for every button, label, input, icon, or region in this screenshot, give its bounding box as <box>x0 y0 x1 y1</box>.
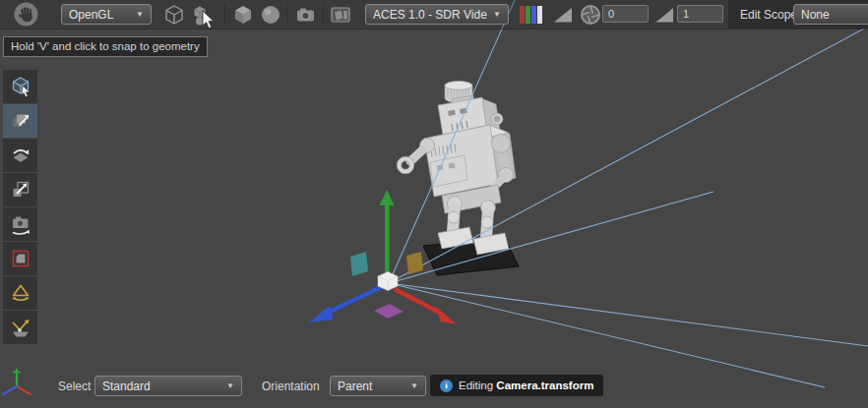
select-mode-value: Standard <box>102 379 220 393</box>
channels-button[interactable] <box>519 3 545 27</box>
gizmo-plane-handle-left[interactable] <box>350 252 368 276</box>
select-prim-icon <box>9 75 32 98</box>
orientation-dropdown[interactable]: Parent ▼ <box>330 376 426 396</box>
toolbar-separator <box>323 4 324 25</box>
pan-hand-button[interactable] <box>14 2 38 27</box>
viewport-layout-button[interactable] <box>329 3 352 27</box>
orientation-label: Orientation <box>262 379 320 393</box>
orientation-value: Parent <box>338 379 404 393</box>
aperture-button[interactable] <box>579 3 602 27</box>
orbit-camera-tool-icon <box>9 212 32 236</box>
gamma-input[interactable] <box>677 5 723 23</box>
camera-icon <box>294 3 318 27</box>
snap-to-surface-tool-icon <box>9 247 32 270</box>
editing-status-text: Editing Camera.transform <box>459 379 593 391</box>
aperture-icon <box>579 3 602 27</box>
edit-scope-panel: Edit Scope None <box>728 0 868 29</box>
viewport-layout-icon <box>329 3 352 27</box>
renderer-dropdown[interactable]: OpenGL ▼ <box>61 4 152 25</box>
exposure-triangle-icon <box>551 3 575 27</box>
chevron-down-icon: ▼ <box>493 10 501 19</box>
rgb-channels-icon <box>519 3 545 27</box>
tool-camera-frustum[interactable] <box>3 276 37 310</box>
robot-model[interactable] <box>397 82 516 256</box>
editing-target: Camera.transform <box>496 379 593 391</box>
chevron-down-icon: ▼ <box>410 381 418 390</box>
camera-button[interactable] <box>294 3 318 27</box>
exposure-input[interactable] <box>602 5 649 23</box>
tool-select-prim[interactable] <box>3 70 37 103</box>
edit-scope-value: None <box>801 8 868 22</box>
raycast-tool-icon <box>9 316 32 339</box>
toolbar-separator <box>224 4 225 25</box>
edit-scope-dropdown[interactable]: None <box>793 4 868 25</box>
gizmo-x-axis-arrow[interactable] <box>395 289 457 324</box>
gizmo-z-axis-arrow[interactable] <box>309 286 383 322</box>
wireframe-cube-button[interactable] <box>162 3 186 27</box>
editing-status-badge: i Editing Camera.transform <box>430 375 603 396</box>
exposure-button[interactable] <box>551 3 575 27</box>
move-tool-icon <box>9 109 32 133</box>
gizmo-y-axis-arrow[interactable] <box>380 190 395 276</box>
toolbar-separator <box>287 4 288 25</box>
hand-icon <box>14 2 38 27</box>
tooltip: Hold 'V' and click to snap to geometry <box>3 36 208 57</box>
viewport-toolbar: OpenGL ▼ <box>0 0 868 29</box>
tool-scale[interactable] <box>3 173 37 206</box>
tool-raycast[interactable] <box>3 311 37 344</box>
wireframe-cube-icon <box>162 3 186 27</box>
color-space-dropdown[interactable]: ACES 1.0 - SDR Video ▼ <box>365 4 509 25</box>
edit-scope-label: Edit Scope <box>740 8 797 22</box>
gizmo-plane-handle-bottom[interactable] <box>374 304 403 319</box>
rotate-tool-icon <box>9 144 32 167</box>
left-tool-column <box>3 70 37 345</box>
select-mode-dropdown[interactable]: Standard ▼ <box>94 376 242 396</box>
solid-cube-button[interactable] <box>231 3 255 27</box>
viewport-bottom-bar: Select Standard ▼ Orientation Parent ▼ i… <box>0 372 868 408</box>
camera-frustum-tool-icon <box>9 281 32 305</box>
chevron-down-icon: ▼ <box>226 381 234 390</box>
tool-move[interactable] <box>3 104 37 138</box>
tool-snap-to-surface[interactable] <box>3 242 37 275</box>
viewport-canvas[interactable] <box>0 0 868 408</box>
cube-icon <box>231 3 255 27</box>
color-space-dropdown-value: ACES 1.0 - SDR Video <box>373 8 487 22</box>
gizmo-plane-handle-right[interactable] <box>406 252 423 274</box>
sphere-icon <box>259 3 282 27</box>
sphere-shading-button[interactable] <box>259 3 282 27</box>
tool-orbit-camera[interactable] <box>3 207 37 241</box>
chevron-down-icon: ▼ <box>136 10 144 19</box>
tool-rotate[interactable] <box>3 139 37 172</box>
gamma-curve-icon <box>652 3 676 27</box>
gizmo-center-handle[interactable] <box>378 272 398 291</box>
gamma-button[interactable] <box>652 3 676 27</box>
scale-tool-icon <box>9 178 32 202</box>
info-icon: i <box>440 379 453 392</box>
mouse-cursor <box>202 11 215 29</box>
renderer-dropdown-value: OpenGL <box>69 8 130 22</box>
select-label: Select <box>58 379 91 393</box>
